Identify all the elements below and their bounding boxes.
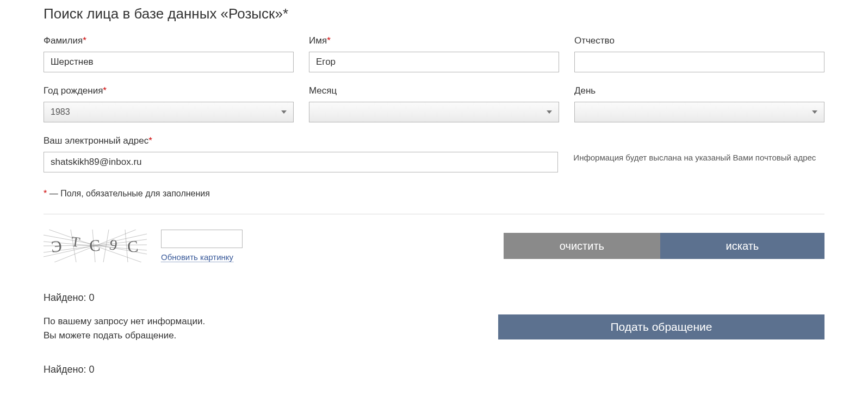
chevron-down-icon [812, 110, 817, 114]
name-label: Имя* [309, 35, 559, 46]
captcha-image: Э Т С 9 С [44, 230, 147, 262]
birth-year-select[interactable]: 1983 [44, 102, 294, 122]
captcha-row: Э Т С 9 С Обновить картинку очистить иск… [44, 230, 824, 262]
birth-year-col: Год рождения* 1983 [44, 85, 294, 122]
surname-input[interactable] [44, 52, 294, 72]
email-input[interactable] [44, 152, 558, 172]
name-row: Фамилия* Имя* Отчество [44, 35, 824, 72]
divider [44, 214, 824, 214]
email-label: Ваш электронный адрес* [44, 135, 558, 146]
search-button[interactable]: искать [660, 233, 824, 259]
svg-text:С: С [127, 237, 139, 256]
svg-text:С: С [89, 236, 101, 255]
chevron-down-icon [281, 110, 287, 114]
patronymic-label: Отчество [574, 35, 824, 46]
submit-request-button[interactable]: Подать обращение [498, 314, 824, 339]
results-block: Найдено: 0 По вашему запросу нет информа… [44, 292, 824, 375]
patronymic-input[interactable] [574, 52, 824, 72]
clear-button[interactable]: очистить [504, 233, 660, 259]
day-label: День [574, 85, 824, 96]
birth-year-value: 1983 [51, 107, 281, 117]
email-note-col: Информация будет выслана на указаный Вам… [573, 135, 824, 164]
email-row: Ваш электронный адрес* Информация будет … [44, 135, 824, 172]
results-found-1: Найдено: 0 [44, 292, 824, 304]
name-col: Имя* [309, 35, 559, 72]
captcha-input-block: Обновить картинку [161, 230, 243, 262]
results-row: По вашему запросу нет информации. Вы мож… [44, 314, 824, 343]
svg-text:9: 9 [108, 236, 119, 254]
patronymic-col: Отчество [574, 35, 824, 72]
no-results-message: По вашему запросу нет информации. Вы мож… [44, 314, 205, 343]
month-select[interactable] [309, 102, 559, 122]
svg-line-6 [103, 230, 109, 262]
day-col: День [574, 85, 824, 122]
required-star-icon: * [327, 35, 331, 46]
action-buttons: очистить искать [504, 233, 824, 259]
results-found-2: Найдено: 0 [44, 364, 824, 375]
chevron-down-icon [547, 110, 552, 114]
month-label: Месяц [309, 85, 559, 96]
month-col: Месяц [309, 85, 559, 122]
captcha-input[interactable] [161, 230, 243, 248]
required-star-icon: * [103, 85, 107, 96]
submit-request-wrap: Подать обращение [498, 314, 824, 339]
svg-text:Э: Э [50, 237, 63, 256]
birth-year-label: Год рождения* [44, 85, 294, 96]
name-input[interactable] [309, 52, 559, 72]
captcha-refresh-link[interactable]: Обновить картинку [161, 252, 233, 262]
captcha-svg-icon: Э Т С 9 С [44, 230, 147, 262]
email-col: Ваш электронный адрес* [44, 135, 558, 172]
email-note: Информация будет выслана на указаный Вам… [573, 152, 824, 164]
page-title: Поиск лица в базе данных «Розыск»* [44, 5, 824, 22]
surname-label: Фамилия* [44, 35, 294, 46]
birth-row: Год рождения* 1983 Месяц День [44, 85, 824, 122]
required-star-icon: * [83, 35, 86, 46]
day-select[interactable] [574, 102, 824, 122]
required-star-icon: * [148, 135, 152, 146]
surname-col: Фамилия* [44, 35, 294, 72]
required-fields-note: * — Поля, обязательные для заполнения [44, 189, 824, 199]
